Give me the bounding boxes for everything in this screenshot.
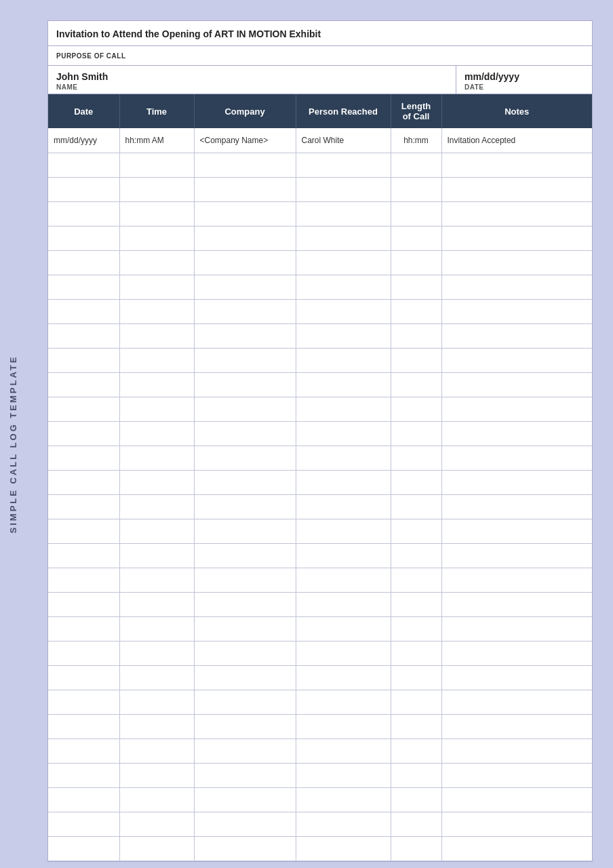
table-row [48, 372, 592, 397]
cell-length [391, 543, 441, 568]
table-row [48, 787, 592, 812]
cell-length [391, 250, 441, 275]
table-body: mm/dd/yyyyhh:mm AM<Company Name>Carol Wh… [48, 128, 592, 861]
table-row [48, 494, 592, 519]
cell-person [296, 519, 391, 543]
cell-notes [441, 494, 592, 519]
cell-person [296, 738, 391, 763]
date-value: mm/dd/yyyy [464, 71, 584, 82]
cell-date [48, 641, 119, 665]
page-background: SIMPLE CALL LOG TEMPLATE Invitation to A… [0, 0, 613, 868]
cell-company [194, 812, 296, 836]
cell-person [296, 641, 391, 665]
cell-time [119, 714, 194, 738]
cell-notes: Invitation Accepted [441, 128, 592, 153]
cell-time [119, 738, 194, 763]
cell-time [119, 665, 194, 690]
cell-person [296, 372, 391, 397]
cell-person [296, 616, 391, 641]
cell-length [391, 348, 441, 372]
cell-notes [441, 397, 592, 421]
table-row [48, 348, 592, 372]
cell-time [119, 275, 194, 299]
cell-notes [441, 348, 592, 372]
cell-date [48, 763, 119, 787]
cell-notes [441, 275, 592, 299]
cell-person [296, 397, 391, 421]
cell-company [194, 738, 296, 763]
cell-date [48, 665, 119, 690]
cell-length [391, 201, 441, 226]
cell-notes [441, 519, 592, 543]
cell-time [119, 299, 194, 323]
name-value: John Smith [56, 71, 448, 82]
cell-time [119, 201, 194, 226]
cell-length [391, 787, 441, 812]
cell-length [391, 616, 441, 641]
cell-company [194, 470, 296, 494]
cell-notes [441, 812, 592, 836]
form-title: Invitation to Attend the Opening of ART … [56, 28, 321, 39]
cell-company [194, 494, 296, 519]
cell-length [391, 226, 441, 250]
cell-notes [441, 714, 592, 738]
cell-date [48, 348, 119, 372]
table-row [48, 592, 592, 616]
table-row [48, 470, 592, 494]
cell-notes [441, 421, 592, 446]
cell-length [391, 738, 441, 763]
name-label: NAME [56, 83, 448, 91]
cell-company [194, 446, 296, 470]
cell-company [194, 153, 296, 177]
cell-time [119, 641, 194, 665]
date-label: DATE [464, 83, 584, 91]
table-row [48, 543, 592, 568]
cell-length [391, 519, 441, 543]
cell-length [391, 323, 441, 348]
cell-person [296, 250, 391, 275]
cell-date [48, 568, 119, 592]
cell-date [48, 592, 119, 616]
cell-time [119, 446, 194, 470]
table-row [48, 641, 592, 665]
name-date-row: John Smith NAME mm/dd/yyyy DATE [48, 66, 592, 94]
cell-time [119, 323, 194, 348]
cell-date [48, 275, 119, 299]
table-row [48, 421, 592, 446]
cell-company [194, 519, 296, 543]
purpose-label: PURPOSE OF CALL [56, 52, 126, 60]
cell-person [296, 494, 391, 519]
cell-notes [441, 543, 592, 568]
cell-time [119, 226, 194, 250]
cell-notes [441, 299, 592, 323]
cell-company [194, 787, 296, 812]
cell-time [119, 250, 194, 275]
cell-length [391, 470, 441, 494]
cell-date [48, 446, 119, 470]
table-row [48, 397, 592, 421]
col-header-person: Person Reached [296, 94, 391, 128]
table-row [48, 250, 592, 275]
cell-length [391, 177, 441, 201]
cell-date [48, 323, 119, 348]
table-row [48, 153, 592, 177]
cell-time [119, 836, 194, 861]
cell-length [391, 763, 441, 787]
cell-time: hh:mm AM [119, 128, 194, 153]
cell-date: mm/dd/yyyy [48, 128, 119, 153]
cell-date [48, 616, 119, 641]
cell-length [391, 641, 441, 665]
table-row [48, 226, 592, 250]
cell-date [48, 787, 119, 812]
table-row [48, 201, 592, 226]
col-header-notes: Notes [441, 94, 592, 128]
cell-notes [441, 177, 592, 201]
name-section: John Smith NAME [48, 66, 456, 94]
cell-length [391, 714, 441, 738]
cell-date [48, 226, 119, 250]
cell-date [48, 372, 119, 397]
cell-notes [441, 226, 592, 250]
cell-time [119, 421, 194, 446]
cell-company [194, 714, 296, 738]
cell-person [296, 446, 391, 470]
